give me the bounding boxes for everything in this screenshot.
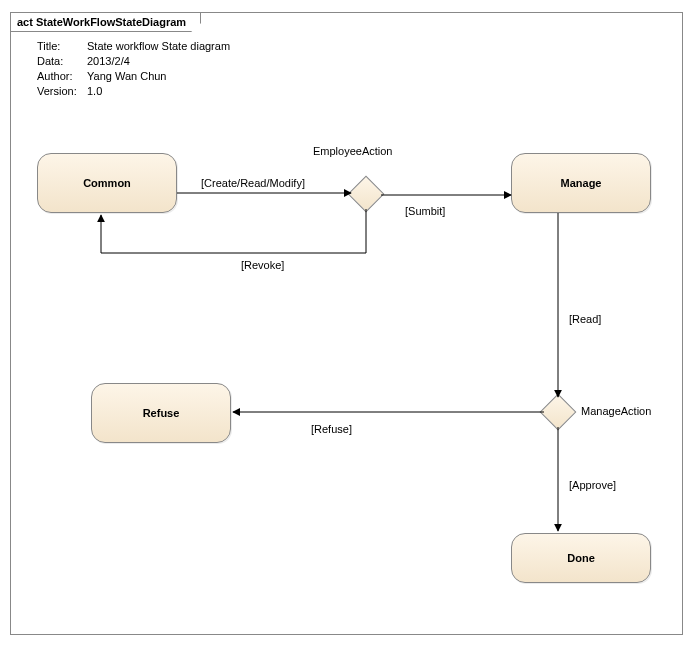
edge-create-read-modify-label: [Create/Read/Modify]	[201, 177, 305, 189]
meta-title-value: State workflow State diagram	[87, 39, 230, 54]
decision-manage-action-label: ManageAction	[581, 405, 651, 417]
edge-refuse-label: [Refuse]	[311, 423, 352, 435]
edge-read-label: [Read]	[569, 313, 601, 325]
meta-data-label: Data:	[37, 54, 87, 69]
canvas: act StateWorkFlowStateDiagram Title: Sta…	[0, 0, 693, 647]
meta-version-value: 1.0	[87, 84, 102, 99]
meta-data-value: 2013/2/4	[87, 54, 130, 69]
meta-data: Data: 2013/2/4	[37, 54, 230, 69]
meta-author-label: Author:	[37, 69, 87, 84]
metadata-block: Title: State workflow State diagram Data…	[37, 39, 230, 99]
state-common: Common	[37, 153, 177, 213]
diagram-panel: act StateWorkFlowStateDiagram Title: Sta…	[10, 12, 683, 635]
meta-version: Version: 1.0	[37, 84, 230, 99]
state-manage: Manage	[511, 153, 651, 213]
meta-author: Author: Yang Wan Chun	[37, 69, 230, 84]
meta-author-value: Yang Wan Chun	[87, 69, 167, 84]
panel-tab: act StateWorkFlowStateDiagram	[10, 12, 201, 32]
edge-revoke	[101, 209, 366, 253]
edge-revoke-label: [Revoke]	[241, 259, 284, 271]
state-done: Done	[511, 533, 651, 583]
meta-title: Title: State workflow State diagram	[37, 39, 230, 54]
edge-approve-label: [Approve]	[569, 479, 616, 491]
decision-employee-action	[348, 176, 385, 213]
meta-title-label: Title:	[37, 39, 87, 54]
edge-submit-label: [Sumbit]	[405, 205, 445, 217]
meta-version-label: Version:	[37, 84, 87, 99]
decision-employee-action-label: EmployeeAction	[313, 145, 393, 157]
state-refuse: Refuse	[91, 383, 231, 443]
decision-manage-action	[540, 394, 577, 431]
